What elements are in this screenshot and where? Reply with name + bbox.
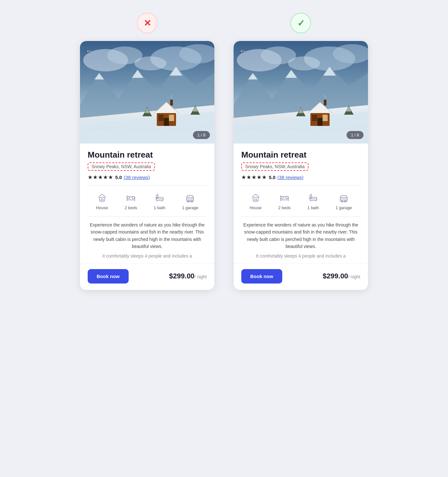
mountain-scene-wrong [80,41,214,144]
description-correct: Experience the wonders of nature as you … [241,221,360,250]
house-icon-wrong [96,192,108,203]
description-fade-correct: It comfortably sleeps 4 people and inclu… [241,253,360,259]
card-footer-wrong: Book now $299.00/ night [80,264,214,290]
svg-rect-58 [312,115,317,121]
bed-icon-correct [279,192,290,203]
divider2-correct [241,217,360,217]
card-title-wrong: Mountain retreat [88,150,207,160]
amenity-bath-label-correct: 1 bath [308,205,319,210]
rating-reviews-wrong[interactable]: (38 reviews) [124,175,150,180]
wrong-indicator: ✕ [137,13,157,33]
card-body-wrong: Mountain retreat Snowy Peaks, NSW, Austr… [80,144,214,259]
amenity-house-label-correct: House [250,205,262,210]
rating-score-correct: 5.0 [269,175,276,180]
card-wrong: ← 1 / 8 Mountain retreat Snowy Peaks, NS… [80,41,214,290]
card-correct: ← 1 / 8 Mountain retreat Snowy Peaks, NS… [234,41,368,290]
book-button-correct[interactable]: Book now [241,269,282,284]
card-body-correct: Mountain retreat Snowy Peaks, NSW, Austr… [234,144,368,259]
divider-correct [241,185,360,185]
book-button-wrong[interactable]: Book now [88,269,129,284]
svg-rect-65 [323,115,328,121]
svg-rect-63 [324,100,326,105]
stars-correct: ★★★★★ [241,174,267,181]
svg-rect-20 [169,115,174,121]
amenity-house-wrong: House [96,192,108,210]
amenity-bath-correct: 1 bath [308,192,319,210]
price-per-correct: / night [348,274,360,279]
description-fade-wrong: It comfortably sleeps 4 people and inclu… [88,253,207,259]
svg-rect-27 [100,197,105,201]
page-wrapper: ✕ [48,13,400,290]
bath-icon-wrong [154,192,165,203]
price-amount-wrong: $299.00/ night [169,272,207,280]
card-column-wrong: ✕ [80,13,214,290]
bed-icon-wrong [125,192,137,203]
amenity-garage-label-wrong: 1 garage [182,205,198,210]
amenities-row-wrong: House 2 beds [88,190,207,212]
correct-indicator: ✓ [291,13,311,33]
back-arrow-wrong[interactable]: ← [86,47,93,55]
amenity-beds-label-wrong: 2 beds [125,205,137,210]
divider-wrong [88,185,207,185]
amenity-garage-wrong: 1 garage [182,192,198,210]
cards-row: ✕ [48,13,400,290]
wrong-icon: ✕ [144,18,151,29]
garage-icon-correct [338,192,349,203]
card-column-correct: ✓ [234,13,368,290]
garage-icon-wrong [184,192,196,203]
price-per-wrong: / night [195,274,207,279]
divider2-wrong [88,217,207,217]
svg-rect-18 [170,100,173,105]
back-arrow-correct[interactable]: ← [239,47,246,55]
amenity-beds-wrong: 2 beds [125,192,137,210]
amenity-garage-label-correct: 1 garage [336,205,352,210]
svg-rect-73 [255,199,257,201]
svg-point-50 [288,56,320,70]
rating-row-correct: ★★★★★ 5.0 (38 reviews) [241,174,360,181]
svg-rect-74 [281,197,288,200]
location-badge-correct: Snowy Peaks, NSW, Australia [241,162,308,171]
price-value-wrong: $299.00 [169,272,195,280]
mountain-scene-correct [234,41,368,144]
amenity-house-label-wrong: House [96,205,108,210]
price-block-correct: $299.00/ night [323,272,360,280]
price-value-correct: $299.00 [323,272,348,280]
location-badge-wrong: Snowy Peaks, NSW, Australia [88,162,155,171]
house-icon-correct [250,192,261,203]
amenity-house-correct: House [250,192,262,210]
svg-rect-29 [127,197,135,200]
description-wrong: Experience the wonders of nature as you … [88,221,207,250]
amenity-bath-label-wrong: 1 bath [154,205,165,210]
image-counter-correct: 1 / 8 [347,131,364,139]
svg-rect-64 [317,118,323,126]
svg-point-5 [134,56,166,70]
image-counter-wrong: 1 / 8 [193,131,210,139]
stars-wrong: ★★★★★ [88,174,113,181]
card-image-wrong: ← 1 / 8 [80,41,214,144]
card-title-correct: Mountain retreat [241,150,360,160]
bath-icon-correct [308,192,319,203]
svg-rect-13 [158,115,164,121]
amenity-beds-correct: 2 beds [278,192,291,210]
price-block-wrong: $299.00/ night [169,272,207,280]
rating-reviews-correct[interactable]: (38 reviews) [277,175,304,180]
svg-rect-19 [164,118,169,126]
amenity-bath-wrong: 1 bath [154,192,165,210]
card-image-correct: ← 1 / 8 [234,41,368,144]
amenity-beds-label-correct: 2 beds [278,205,291,210]
card-footer-correct: Book now $299.00/ night [234,264,368,290]
svg-rect-28 [101,199,103,201]
rating-score-wrong: 5.0 [115,175,122,180]
amenities-row-correct: House 2 beds 1 bath [241,190,360,212]
correct-icon: ✓ [297,18,305,29]
amenity-garage-correct: 1 garage [336,192,352,210]
rating-row-wrong: ★★★★★ 5.0 (38 reviews) [88,174,207,181]
svg-rect-72 [253,197,258,201]
price-amount-correct: $299.00/ night [323,272,360,280]
